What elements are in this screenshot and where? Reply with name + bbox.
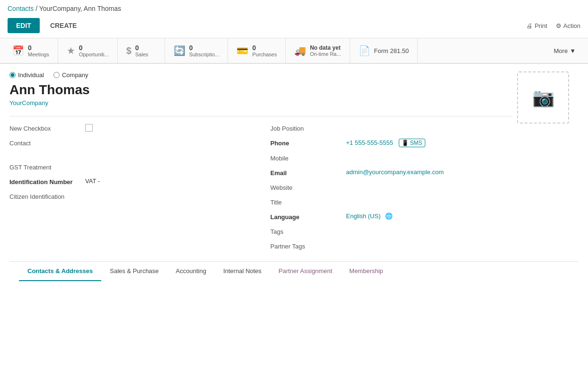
tab-accounting[interactable]: Accounting: [167, 262, 215, 281]
form-header-area: Individual Company Ann Thomas YourCompan…: [9, 71, 579, 257]
meetings-count: 0: [28, 44, 49, 52]
calendar-icon: 📅: [12, 45, 24, 56]
create-button[interactable]: CREATE: [44, 18, 83, 33]
tab-contacts-addresses[interactable]: Contacts & Addresses: [19, 262, 101, 281]
opportunities-info: 0 Opportuniti...: [79, 44, 109, 57]
gear-icon: ⚙: [556, 22, 562, 29]
star-icon: ★: [67, 45, 75, 56]
action-link[interactable]: ⚙ Action: [556, 22, 580, 29]
form-label: Form 281.50: [374, 47, 409, 54]
form-header-left: Individual Company Ann Thomas YourCompan…: [9, 71, 579, 257]
action-bar: EDIT CREATE 🖨 Print ⚙ Action: [0, 15, 588, 38]
ontime-label: On-time Ra...: [310, 51, 341, 57]
phone-value[interactable]: +1 555-555-5555: [346, 139, 393, 146]
website-row: Website: [271, 183, 513, 191]
tab-contacts-addresses-label: Contacts & Addresses: [27, 267, 93, 275]
opportunities-label: Opportuniti...: [79, 52, 109, 57]
tab-internal-notes-label: Internal Notes: [223, 267, 262, 275]
new-checkbox-label: New Checkbox: [9, 124, 80, 132]
tab-partner-assignment[interactable]: Partner Assignment: [270, 262, 341, 281]
new-checkbox-input[interactable]: [85, 124, 93, 132]
language-label: Language: [271, 213, 342, 221]
language-row: Language English (US) 🌐: [271, 213, 513, 221]
smart-buttons-bar: 📅 0 Meetings ★ 0 Opportuniti... $ 0 Sale…: [0, 38, 588, 64]
smart-btn-purchases[interactable]: 💳 0 Purchases: [228, 38, 286, 63]
company-name[interactable]: YourCompany: [9, 99, 512, 106]
smart-btn-ontime[interactable]: 🚚 No data yet On-time Ra...: [286, 38, 350, 63]
phone-label: Phone: [271, 139, 342, 147]
smart-btn-meetings[interactable]: 📅 0 Meetings: [4, 38, 58, 63]
citizen-id-row: Citizen Identification: [9, 192, 252, 200]
tab-internal-notes[interactable]: Internal Notes: [215, 262, 270, 281]
action-right: 🖨 Print ⚙ Action: [527, 22, 580, 29]
contact-field-row: Contact: [9, 139, 252, 147]
subscriptions-info: 0 Subscriptio...: [189, 44, 219, 57]
smart-btn-subscriptions[interactable]: 🔄 0 Subscriptio...: [165, 38, 228, 63]
card-icon: 💳: [237, 45, 248, 56]
camera-icon: 📷: [532, 87, 554, 108]
purchases-count: 0: [252, 44, 277, 52]
phone-value-group: +1 555-555-5555 📱 SMS: [346, 139, 425, 147]
partner-tags-row: Partner Tags: [271, 242, 513, 250]
job-position-row: Job Position: [271, 124, 513, 132]
section-divider: [9, 116, 512, 116]
individual-option[interactable]: Individual: [9, 71, 44, 79]
breadcrumb-root[interactable]: Contacts: [8, 5, 34, 12]
smart-btn-opportunities[interactable]: ★ 0 Opportuniti...: [58, 38, 118, 63]
globe-icon: 🌐: [385, 213, 393, 220]
identification-label: Identification Number: [9, 177, 80, 186]
tab-membership[interactable]: Membership: [341, 262, 392, 281]
sales-label: Sales: [135, 52, 149, 57]
more-label: More: [554, 47, 568, 54]
company-label: Company: [62, 71, 88, 79]
tags-label: Tags: [271, 227, 342, 235]
smart-btn-form[interactable]: 📄 Form 281.50: [350, 38, 418, 63]
tabs-bar: Contacts & Addresses Sales & Purchase Ac…: [9, 261, 579, 281]
contact-name: Ann Thomas: [9, 82, 512, 97]
print-link[interactable]: 🖨 Print: [527, 22, 547, 29]
form-right: Job Position Phone +1 555-555-5555 📱 SMS: [271, 124, 513, 257]
gst-treatment-row: GST Treatment: [9, 163, 252, 171]
sms-button[interactable]: 📱 SMS: [399, 139, 425, 147]
action-label: Action: [563, 22, 580, 29]
photo-upload[interactable]: 📷: [517, 71, 569, 124]
email-value[interactable]: admin@yourcompany.example.com: [346, 168, 444, 176]
print-icon: 🖨: [527, 22, 533, 29]
ontime-info: No data yet On-time Ra...: [310, 44, 341, 57]
phone-icon: 📱: [402, 140, 409, 146]
subscriptions-label: Subscriptio...: [189, 52, 219, 57]
meetings-info: 0 Meetings: [28, 44, 49, 57]
company-option[interactable]: Company: [53, 71, 88, 79]
language-value-group: English (US) 🌐: [346, 213, 393, 220]
breadcrumb: Contacts / YourCompany, Ann Thomas: [0, 0, 588, 15]
tab-sales-purchase-label: Sales & Purchase: [110, 267, 158, 275]
smart-btn-more[interactable]: More ▼: [545, 38, 585, 63]
tab-partner-assignment-label: Partner Assignment: [279, 267, 332, 275]
purchases-info: 0 Purchases: [252, 44, 277, 57]
identification-value: VAT -: [85, 177, 100, 185]
tab-sales-purchase[interactable]: Sales & Purchase: [101, 262, 167, 281]
website-label: Website: [271, 183, 342, 191]
subscriptions-count: 0: [189, 44, 219, 52]
type-selector: Individual Company: [9, 71, 512, 79]
title-label: Title: [271, 198, 342, 206]
job-position-label: Job Position: [271, 124, 342, 132]
tab-membership-label: Membership: [349, 267, 383, 275]
dollar-icon: $: [126, 45, 132, 56]
title-row: Title: [271, 198, 513, 206]
individual-radio[interactable]: [9, 72, 16, 78]
mobile-row: Mobile: [271, 154, 513, 162]
smart-btn-sales[interactable]: $ 0 Sales: [118, 38, 165, 63]
language-value[interactable]: English (US): [346, 213, 381, 220]
company-radio[interactable]: [53, 72, 60, 78]
partner-tags-label: Partner Tags: [271, 242, 342, 250]
form-info: Form 281.50: [374, 47, 409, 54]
opportunities-count: 0: [79, 44, 109, 52]
email-row: Email admin@yourcompany.example.com: [271, 168, 513, 177]
email-label: Email: [271, 168, 342, 177]
gst-treatment-label: GST Treatment: [9, 163, 80, 171]
form-icon: 📄: [359, 45, 370, 56]
chevron-down-icon: ▼: [570, 47, 576, 54]
form-columns: New Checkbox Contact GST Treatment: [9, 124, 512, 257]
edit-button[interactable]: EDIT: [8, 18, 40, 33]
